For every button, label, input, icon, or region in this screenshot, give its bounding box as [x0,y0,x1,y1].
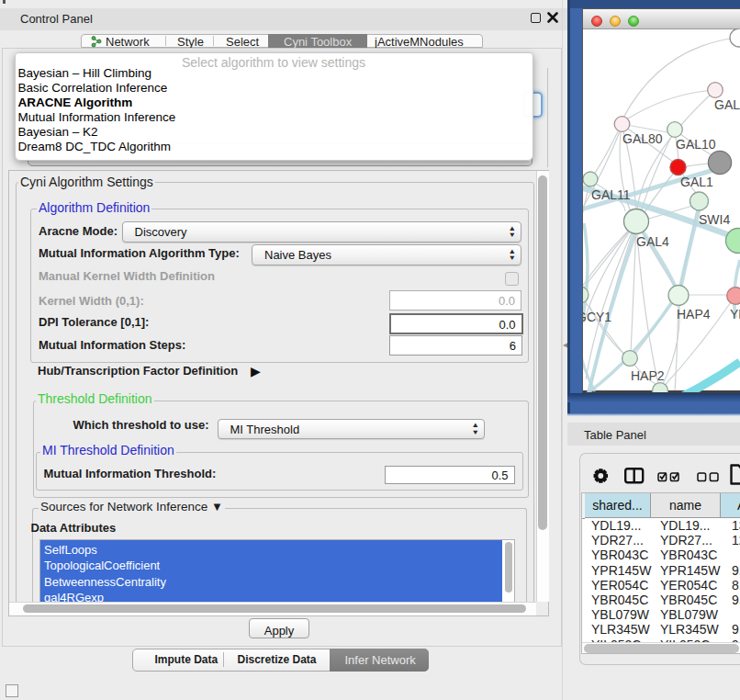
svg-text:GAL4: GAL4 [636,234,669,249]
svg-text:YB: YB [730,307,740,322]
svg-text:HAP2: HAP2 [631,368,665,383]
svg-text:GCY1: GCY1 [583,310,611,324]
svg-text:GAL10: GAL10 [676,137,716,152]
svg-text:GAL80: GAL80 [622,131,663,146]
svg-text:SWI4: SWI4 [699,212,730,227]
svg-text:GAL7: GAL7 [714,97,740,112]
svg-text:GAL1: GAL1 [680,175,713,189]
svg-text:HAP4: HAP4 [677,307,711,322]
svg-text:GAL11: GAL11 [591,187,631,202]
